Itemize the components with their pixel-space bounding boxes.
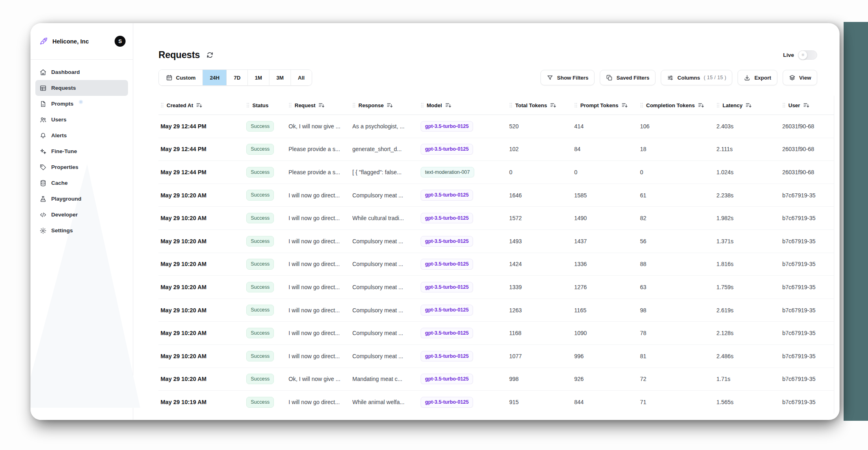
cell-prompt-tokens: 844 bbox=[574, 399, 640, 405]
funnel-icon bbox=[547, 74, 553, 81]
sidebar-item-users[interactable]: Users bbox=[35, 112, 128, 128]
time-range-tab[interactable]: 7D bbox=[226, 70, 247, 85]
cell-total-tokens: 1646 bbox=[509, 192, 574, 199]
cell-status: Success bbox=[246, 236, 289, 247]
sidebar-item-label: Playground bbox=[51, 196, 81, 202]
sidebar-item-requests[interactable]: Requests bbox=[35, 80, 128, 96]
toolbar-button[interactable]: Saved Filters bbox=[600, 70, 655, 85]
cell-model: gpt-3.5-turbo-0125 bbox=[421, 236, 509, 247]
toolbar-button[interactable]: Show Filters bbox=[540, 70, 595, 85]
refresh-icon[interactable] bbox=[206, 51, 214, 59]
table-row[interactable]: May 29 10:20 AM Success I will now go di… bbox=[158, 253, 834, 276]
sort-icon[interactable] bbox=[550, 102, 556, 108]
drag-handle-icon[interactable] bbox=[352, 102, 356, 108]
time-range-tab[interactable]: 1M bbox=[247, 70, 269, 85]
drag-handle-icon[interactable] bbox=[716, 102, 720, 108]
column-header-total[interactable]: Total Tokens bbox=[509, 102, 574, 108]
table-row[interactable]: May 29 10:20 AM Success I will now go di… bbox=[158, 299, 834, 322]
sidebar-item-developer[interactable]: Developer bbox=[35, 207, 128, 223]
sidebar-item-cache[interactable]: Cache bbox=[35, 175, 128, 191]
drag-handle-icon[interactable] bbox=[289, 102, 292, 108]
column-header-prompt[interactable]: Prompt Tokens bbox=[574, 102, 640, 108]
cell-total-tokens: 1493 bbox=[509, 238, 574, 244]
sidebar-item-prompts[interactable]: Prompts bbox=[35, 96, 128, 112]
cell-created-at: May 29 10:20 AM bbox=[158, 330, 246, 336]
status-badge: Success bbox=[246, 305, 274, 315]
cell-total-tokens: 1339 bbox=[509, 284, 574, 290]
column-header-label: Model bbox=[427, 102, 442, 108]
time-range-tab[interactable]: Custom bbox=[159, 70, 202, 85]
drag-handle-icon[interactable] bbox=[421, 102, 424, 108]
column-header-request[interactable]: Request bbox=[289, 102, 352, 108]
time-range-tab[interactable]: 3M bbox=[269, 70, 291, 85]
time-range-tab[interactable]: 24H bbox=[202, 70, 226, 85]
sort-icon[interactable] bbox=[318, 102, 325, 108]
column-header-model[interactable]: Model bbox=[421, 102, 509, 108]
column-header-response[interactable]: Response bbox=[352, 102, 421, 108]
model-badge: gpt-3.5-turbo-0125 bbox=[421, 213, 473, 223]
sidebar-item-fine-tune[interactable]: Fine-Tune bbox=[35, 143, 128, 159]
sort-icon[interactable] bbox=[803, 102, 809, 108]
sort-icon[interactable] bbox=[196, 102, 202, 108]
column-header-status[interactable]: Status bbox=[246, 102, 289, 108]
cell-created-at: May 29 10:20 AM bbox=[158, 376, 246, 382]
toolbar-button-label: View bbox=[799, 75, 811, 81]
table-body: May 29 12:44 PM Success Ok, I will now g… bbox=[158, 115, 834, 414]
toolbar-button[interactable]: View bbox=[783, 70, 817, 85]
cell-completion-tokens: 0 bbox=[640, 169, 716, 175]
avatar[interactable]: S bbox=[115, 36, 126, 47]
drag-handle-icon[interactable] bbox=[509, 102, 512, 108]
sidebar-item-label: Users bbox=[51, 117, 67, 123]
time-range-tab[interactable]: All bbox=[291, 70, 312, 85]
drag-handle-icon[interactable] bbox=[161, 102, 164, 108]
column-header-completion[interactable]: Completion Tokens bbox=[640, 102, 716, 108]
table-row[interactable]: May 29 12:44 PM Success Please provide a… bbox=[158, 161, 834, 184]
column-header-latency[interactable]: Latency bbox=[716, 102, 782, 108]
sidebar-item-settings[interactable]: Settings bbox=[35, 223, 128, 238]
main-content: Requests Live ✳︎ Custom bbox=[133, 23, 840, 420]
sort-icon[interactable] bbox=[445, 102, 451, 108]
model-badge: gpt-3.5-turbo-0125 bbox=[421, 259, 473, 269]
status-badge: Success bbox=[246, 213, 274, 223]
cell-latency: 1.71s bbox=[716, 376, 782, 382]
sort-icon[interactable] bbox=[386, 102, 393, 108]
table-row[interactable]: May 29 10:20 AM Success I will now go di… bbox=[158, 276, 834, 299]
toolbar-button[interactable]: Columns ( 15 / 15 ) bbox=[661, 70, 732, 85]
sidebar-item-properties[interactable]: Properties bbox=[35, 159, 128, 175]
table-row[interactable]: May 29 10:19 AM Success I will now go di… bbox=[158, 391, 834, 414]
table-row[interactable]: May 29 10:20 AM Success Ok, I will now g… bbox=[158, 368, 834, 391]
sort-icon[interactable] bbox=[621, 102, 628, 108]
toolbar-button-label: Export bbox=[754, 75, 771, 81]
drag-handle-icon[interactable] bbox=[640, 102, 643, 108]
table-row[interactable]: May 29 12:44 PM Success Ok, I will now g… bbox=[158, 115, 834, 138]
sidebar-item-playground[interactable]: Playground bbox=[35, 191, 128, 207]
column-header-created[interactable]: Created At bbox=[158, 102, 246, 108]
table-row[interactable]: May 29 12:44 PM Success Please provide a… bbox=[158, 138, 834, 161]
table-row[interactable]: May 29 10:20 AM Success I will now go di… bbox=[158, 207, 834, 230]
table-row[interactable]: May 29 10:20 AM Success I will now go di… bbox=[158, 345, 834, 368]
sidebar-item-alerts[interactable]: Alerts bbox=[35, 128, 128, 143]
live-toggle[interactable]: ✳︎ bbox=[798, 50, 817, 60]
sidebar-item-dashboard[interactable]: Dashboard bbox=[35, 64, 128, 80]
table-row[interactable]: May 29 10:20 AM Success I will now go di… bbox=[158, 184, 834, 207]
drag-handle-icon[interactable] bbox=[782, 102, 786, 108]
cell-request: I will now go direct... bbox=[289, 261, 352, 267]
toolbar-button[interactable]: Export bbox=[738, 70, 777, 85]
sort-icon[interactable] bbox=[745, 102, 752, 108]
table-row[interactable]: May 29 10:20 AM Success I will now go di… bbox=[158, 322, 834, 345]
org-switcher[interactable]: Helicone, Inc S bbox=[30, 23, 133, 60]
drag-handle-icon[interactable] bbox=[246, 102, 250, 108]
drag-handle-icon[interactable] bbox=[574, 102, 577, 108]
cell-created-at: May 29 10:20 AM bbox=[158, 353, 246, 359]
database-icon bbox=[39, 180, 47, 187]
column-header-user[interactable]: User bbox=[782, 102, 834, 108]
table-row[interactable]: May 29 10:20 AM Success I will now go di… bbox=[158, 230, 834, 253]
sort-icon[interactable] bbox=[698, 102, 704, 108]
cell-response: [ { "flagged": false... bbox=[352, 169, 421, 175]
cell-created-at: May 29 12:44 PM bbox=[158, 123, 246, 130]
rocket-icon bbox=[39, 37, 48, 45]
cell-status: Success bbox=[246, 282, 289, 292]
cell-response: Compulsory meat ... bbox=[352, 261, 421, 267]
cell-response: As a psychologist, ... bbox=[352, 123, 421, 130]
cell-response: Compulsory meat ... bbox=[352, 330, 421, 336]
